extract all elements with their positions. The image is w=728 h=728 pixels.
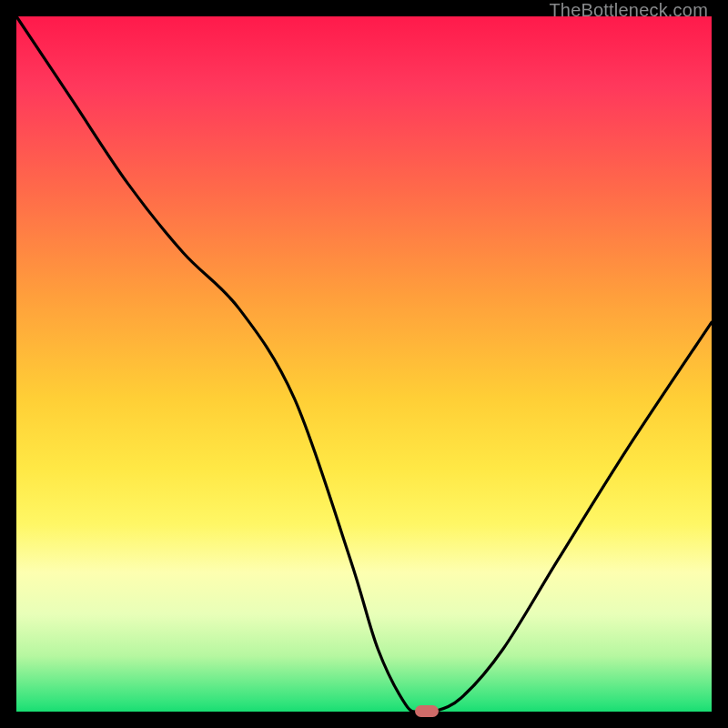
optimal-marker bbox=[415, 705, 439, 717]
chart-frame: TheBottleneck.com bbox=[0, 0, 728, 728]
bottleneck-curve-path bbox=[16, 16, 712, 713]
plot-area bbox=[16, 16, 712, 712]
curve-svg bbox=[16, 16, 712, 712]
